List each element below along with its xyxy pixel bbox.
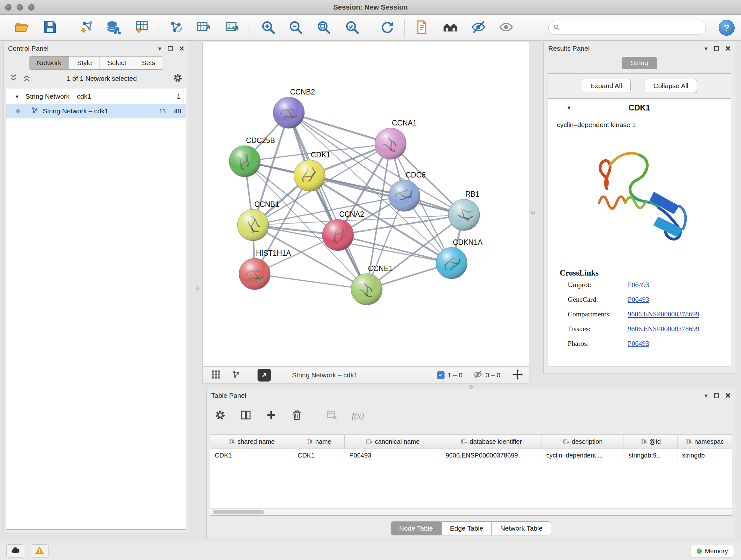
minimize-window-button[interactable] [17, 4, 23, 10]
panel-maximize-icon[interactable] [714, 393, 719, 398]
import-network-database-button[interactable] [103, 17, 124, 38]
help-button[interactable]: ? [719, 20, 735, 36]
table-horizontal-scrollbar[interactable] [210, 508, 732, 515]
panel-close-icon[interactable]: × [725, 44, 731, 53]
tab-select[interactable]: Select [100, 56, 134, 70]
gene-entry-header[interactable]: ▼ CDK1 [548, 99, 731, 117]
column-header-database-identifier[interactable]: database identifier [441, 435, 542, 449]
bottom-splitter-handle[interactable] [469, 385, 473, 389]
crosslink-value-link[interactable]: P06493 [628, 281, 649, 289]
zoom-out-button[interactable] [285, 17, 306, 38]
detach-view-button[interactable] [258, 369, 271, 381]
panel-close-icon[interactable]: × [179, 44, 184, 53]
network-node-CCNA1[interactable] [375, 128, 406, 159]
network-node-CDC6[interactable] [389, 180, 420, 211]
network-node-RB1[interactable] [448, 199, 480, 231]
network-edge[interactable] [255, 274, 367, 289]
network-options-gear-icon[interactable] [173, 73, 183, 84]
table-cell[interactable]: CDK1 [210, 449, 293, 462]
collapse-all-networks-icon[interactable] [23, 74, 31, 83]
crosslink-value-link[interactable]: P06493 [628, 339, 649, 348]
tab-node-table[interactable]: Node Table [391, 521, 442, 536]
tree-expander-icon[interactable]: ▼ [15, 94, 21, 99]
column-header-id[interactable]: @id [624, 435, 677, 449]
table-cell[interactable]: cyclin–dependent ... [542, 449, 624, 462]
table-row[interactable]: CDK1CDK1P064939606.ENSP00000378699cyclin… [210, 449, 732, 462]
birdseye-grid-icon[interactable] [211, 370, 220, 381]
open-session-button[interactable] [11, 17, 32, 38]
panel-menu-icon[interactable]: ▾ [704, 45, 708, 52]
import-table-button[interactable] [131, 17, 152, 38]
network-edge[interactable] [289, 113, 367, 289]
table-cell[interactable]: P06493 [345, 449, 441, 462]
zoom-in-button[interactable] [258, 17, 278, 38]
hide-panels-button[interactable] [468, 17, 488, 38]
network-canvas[interactable]: CCNB2CCNA1CDC25BCDK1CDC6RB1CCNB1CCNA2CDK… [202, 42, 529, 367]
network-edge[interactable] [310, 176, 464, 215]
column-header-name[interactable]: name [293, 435, 345, 449]
table-cell[interactable]: stringdb [677, 449, 732, 462]
expand-all-networks-icon[interactable] [9, 74, 17, 83]
network-edge[interactable] [289, 113, 391, 144]
network-node-CDC25B[interactable] [229, 145, 260, 177]
zoom-window-button[interactable] [28, 4, 35, 10]
close-window-button[interactable] [5, 4, 11, 10]
tab-style[interactable]: Style [69, 56, 100, 70]
network-collection-row[interactable]: ▼ String Network – cdk1 1 [6, 89, 186, 104]
column-header-namespac[interactable]: namespac [677, 435, 732, 449]
expand-all-button[interactable]: Expand All [582, 79, 630, 93]
tab-network[interactable]: Network [29, 56, 69, 70]
network-node-CCNB1[interactable] [238, 209, 269, 241]
column-header-description[interactable]: description [542, 435, 624, 449]
panel-maximize-icon[interactable] [168, 46, 173, 51]
tab-string[interactable]: String [622, 57, 657, 69]
tab-network-table[interactable]: Network Table [492, 521, 551, 536]
apply-layout-button[interactable] [377, 17, 397, 38]
column-header-canonical-name[interactable]: canonical name [345, 435, 441, 449]
network-node-CDKN1A[interactable] [436, 247, 467, 279]
show-columns-icon[interactable] [240, 409, 252, 422]
network-node-CCNB2[interactable] [273, 97, 305, 128]
zoom-selected-button[interactable] [342, 17, 362, 38]
tab-sets[interactable]: Sets [134, 56, 163, 70]
panel-menu-icon[interactable]: ▾ [704, 392, 708, 399]
column-header-shared-name[interactable]: shared name [210, 435, 293, 449]
collapse-all-button[interactable]: Collapse All [645, 79, 697, 93]
network-from-selection-button[interactable] [165, 17, 186, 38]
hidden-eye-slash-icon[interactable] [473, 370, 482, 380]
table-options-gear-icon[interactable] [214, 409, 226, 422]
zoom-fit-button[interactable] [313, 17, 334, 38]
panel-maximize-icon[interactable] [714, 46, 719, 51]
network-node-HIST1H1A[interactable] [239, 258, 270, 290]
homes-button[interactable] [440, 17, 461, 38]
import-network-file-button[interactable] [76, 17, 97, 38]
delete-column-icon[interactable] [291, 409, 302, 422]
crosslink-value-link[interactable]: 9606.ENSP00000378699 [628, 325, 699, 333]
pan-crosshair-icon[interactable] [513, 369, 523, 381]
table-cell[interactable]: CDK1 [293, 449, 345, 462]
create-column-icon[interactable] [266, 409, 277, 422]
network-node-CCNA2[interactable] [322, 219, 354, 251]
document-button[interactable] [411, 17, 432, 38]
network-node-CCNE1[interactable] [351, 273, 382, 305]
memory-button[interactable]: Memory [690, 545, 734, 557]
table-cell[interactable]: 9606.ENSP00000378699 [441, 449, 542, 462]
panel-menu-icon[interactable]: ▾ [158, 45, 161, 52]
network-row-selected[interactable]: String Network – cdk1 11 48 [6, 104, 186, 118]
scrollbar-thumb[interactable] [213, 510, 264, 514]
crosslink-value-link[interactable]: 9606.ENSP00000378699 [628, 310, 699, 318]
warnings-button[interactable] [30, 544, 49, 558]
table-cell[interactable]: stringdb:9... [624, 449, 677, 462]
panel-close-icon[interactable]: × [725, 391, 731, 400]
network-view[interactable]: CCNB2CCNA1CDC25BCDK1CDC6RB1CCNB1CCNA2CDK… [203, 42, 529, 366]
cloud-button[interactable] [6, 544, 24, 558]
entry-expander-icon[interactable]: ▼ [566, 105, 571, 111]
export-image-button[interactable] [221, 17, 242, 38]
tab-edge-table[interactable]: Edge Table [442, 521, 492, 536]
show-panels-button[interactable] [496, 17, 516, 38]
save-session-button[interactable] [40, 17, 60, 38]
left-splitter-handle[interactable] [196, 287, 199, 290]
network-node-CDK1[interactable] [294, 160, 325, 191]
export-table-button[interactable] [193, 17, 213, 38]
selected-checkbox-icon[interactable] [437, 371, 445, 379]
